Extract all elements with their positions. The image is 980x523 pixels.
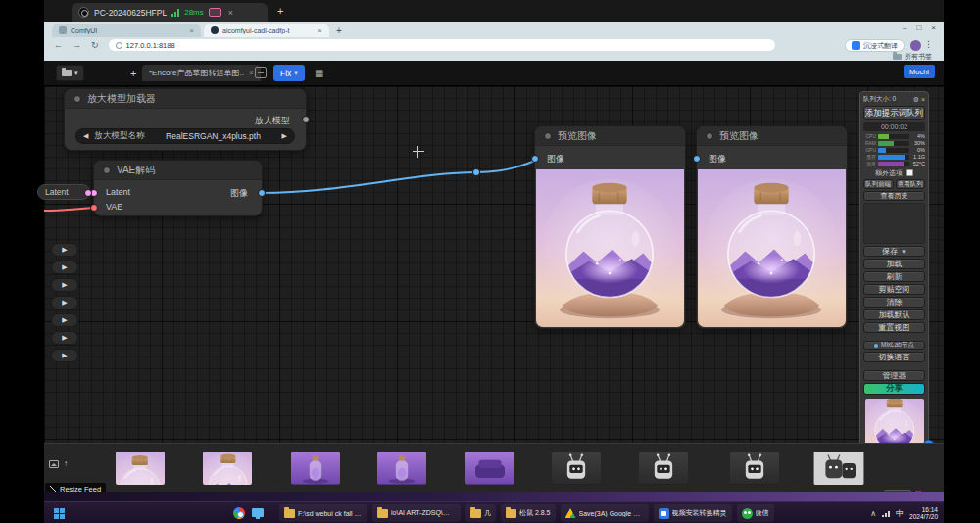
node-header[interactable]: 预览图像 xyxy=(535,126,685,146)
expand-icon[interactable]: ▶ xyxy=(62,263,67,271)
queue-prompt-button[interactable]: 添加提示词队列 xyxy=(863,106,925,120)
taskbar-item[interactable]: io\AI ART-ZDSQ\正本 xyxy=(372,504,461,522)
node-preview-image-1[interactable]: 预览图像 图像 xyxy=(534,125,686,329)
collapsed-node-pill[interactable]: ▶ xyxy=(51,261,78,274)
feed-thumbnail[interactable] xyxy=(291,452,340,485)
node-header[interactable]: VAE解码 xyxy=(94,161,262,180)
mixlab-button[interactable]: MixLab节点 xyxy=(863,341,925,350)
feed-thumbnail[interactable] xyxy=(377,452,426,485)
node-preview-image-2[interactable]: 预览图像 图像 xyxy=(696,125,848,329)
widget-prev-icon[interactable]: ◀ xyxy=(83,132,88,140)
expand-icon[interactable]: ▶ xyxy=(62,281,67,289)
image-feed-icon[interactable] xyxy=(49,460,59,468)
widget-next-icon[interactable]: ▶ xyxy=(282,132,287,140)
close-tab-icon[interactable]: × xyxy=(189,26,194,35)
node-upscale-model-loader[interactable]: 放大模型加载器 放大模型 ◀ 放大模型名称 RealESRGAN_x4plus.… xyxy=(64,88,307,151)
clear-button[interactable]: 清除 xyxy=(863,297,925,308)
manager-button[interactable]: 管理器 xyxy=(863,370,925,381)
site-info-icon[interactable] xyxy=(116,42,122,49)
chrome-taskbar-icon[interactable] xyxy=(233,507,245,519)
switch-language-button[interactable]: 切换语言 xyxy=(863,352,925,362)
node-latent-collapsed[interactable]: Latent xyxy=(37,184,90,200)
extra-options-row[interactable]: 额外选项 xyxy=(863,168,925,177)
collapsed-node-pill[interactable]: ▶ xyxy=(51,313,78,327)
reload-icon[interactable]: ↻ xyxy=(91,40,99,50)
close-tab-icon[interactable]: × xyxy=(318,26,322,35)
output-slot-image[interactable] xyxy=(258,189,266,197)
node-header[interactable]: 放大模型加载器 xyxy=(65,89,306,109)
grid-view-icon[interactable]: ▦ xyxy=(315,68,323,78)
collapsed-node-pill[interactable]: ▶ xyxy=(51,278,78,292)
expand-icon[interactable]: ▶ xyxy=(62,334,67,342)
refresh-button[interactable]: 刷新 xyxy=(863,271,925,282)
taskbar-clock[interactable]: 16:14 2024/7/20 xyxy=(909,506,938,521)
tray-expand-icon[interactable]: ∧ xyxy=(870,509,876,518)
collapsed-node-pill[interactable]: ▶ xyxy=(51,243,78,257)
network-icon[interactable] xyxy=(882,510,890,517)
new-workflow-button[interactable]: + xyxy=(130,68,136,79)
close-workflow-icon[interactable]: × xyxy=(249,69,254,77)
expand-icon[interactable]: ▶ xyxy=(62,316,67,324)
address-bar[interactable]: 127.0.0.1:8188 xyxy=(109,39,775,51)
taskbar-item[interactable]: 微信 xyxy=(737,504,774,522)
browser-menu-icon[interactable]: ⋮ xyxy=(924,39,933,49)
input-slot-image[interactable] xyxy=(531,155,539,163)
collapsed-node-pill[interactable]: ▶ xyxy=(51,296,78,309)
browser-tab-comfyui[interactable]: ComfyUI × xyxy=(52,24,201,37)
minimize-icon[interactable]: – xyxy=(903,24,906,32)
share-button[interactable]: 分享 xyxy=(863,383,925,395)
input-slot-vae[interactable] xyxy=(90,204,98,212)
taskbar-item[interactable]: 视频安装转换精灵 xyxy=(654,504,732,522)
fix-button[interactable]: Fix ▾ xyxy=(273,65,305,81)
expand-icon[interactable]: ▶ xyxy=(62,352,67,359)
input-language-indicator[interactable]: 中 xyxy=(896,508,904,519)
close-session-icon[interactable]: × xyxy=(228,8,233,18)
workflow-folder-button[interactable]: ▾ xyxy=(56,65,84,81)
feed-thumbnail[interactable] xyxy=(466,452,514,485)
close-window-icon[interactable]: × xyxy=(931,24,936,32)
input-slot-image[interactable] xyxy=(693,155,701,163)
feed-thumbnail[interactable] xyxy=(813,452,864,485)
node-vae-decode[interactable]: VAE解码 Latent VAE 图像 xyxy=(93,160,263,216)
feed-up-arrow-icon[interactable]: ↑ xyxy=(64,459,68,468)
new-session-button[interactable]: + xyxy=(277,5,283,17)
node-header[interactable]: 预览图像 xyxy=(697,126,847,146)
comfy-menu-panel[interactable]: 队列大小: 0 ⚙ × 添加提示词队列 00:00:02 CPU 4% RAM … xyxy=(859,91,929,462)
expand-icon[interactable]: ▶ xyxy=(62,299,67,307)
mochi-button[interactable]: Mochi xyxy=(904,65,935,78)
gear-icon[interactable]: ⚙ xyxy=(913,96,919,104)
browser-tab-secondary[interactable]: aicomfyui-cadl-cadfp-t × xyxy=(204,24,329,37)
maximize-icon[interactable]: □ xyxy=(916,24,921,32)
taskbar-item[interactable]: F:\sd webui ck fall work xyxy=(279,504,368,522)
system-monitor-icon[interactable] xyxy=(252,508,264,517)
workflow-tab[interactable]: *Encore产品草图转运单图.. × xyxy=(142,65,261,81)
translate-extension-badge[interactable]: 沉浸式翻译 xyxy=(845,39,905,52)
export-icon[interactable] xyxy=(255,67,267,78)
collapse-dot-icon[interactable] xyxy=(544,132,552,140)
extra-options-checkbox[interactable] xyxy=(906,169,913,176)
collapse-dot-icon[interactable] xyxy=(706,132,713,140)
view-history-button[interactable]: 查看历史 xyxy=(863,191,925,201)
collapsed-node-pill[interactable]: ▶ xyxy=(51,331,78,345)
forward-icon[interactable]: → xyxy=(73,40,81,50)
back-icon[interactable]: ← xyxy=(54,40,63,50)
view-queue-button[interactable]: 查看队列 xyxy=(896,179,926,189)
load-button[interactable]: 加载 xyxy=(863,259,925,269)
collapse-dot-icon[interactable] xyxy=(103,166,111,174)
output-slot-latent[interactable] xyxy=(84,189,92,197)
chevron-down-icon[interactable]: ▼ xyxy=(901,249,906,255)
start-button[interactable] xyxy=(54,508,65,519)
taskbar-item[interactable]: 松鼠 2.8.5 xyxy=(501,504,556,522)
close-menu-icon[interactable]: × xyxy=(921,96,925,103)
profile-avatar[interactable] xyxy=(910,40,921,51)
feed-thumbnail[interactable] xyxy=(116,452,165,485)
expand-icon[interactable]: ▶ xyxy=(62,246,67,254)
quality-badge[interactable] xyxy=(209,8,221,17)
taskbar-item[interactable]: 几 xyxy=(466,504,496,522)
collapse-dot-icon[interactable] xyxy=(74,95,81,103)
feed-thumbnail[interactable] xyxy=(639,452,688,485)
feed-thumbnail[interactable] xyxy=(730,452,779,485)
feed-thumbnail[interactable] xyxy=(552,452,601,485)
taskbar-item[interactable]: Save(3A) Google Driv xyxy=(561,504,649,522)
save-button[interactable]: 保存 ▼ xyxy=(863,246,925,257)
